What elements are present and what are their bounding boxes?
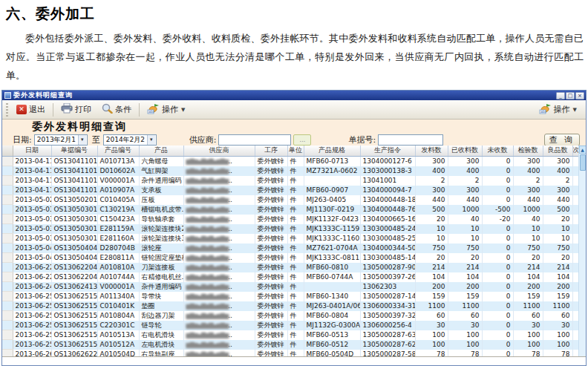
- docno-input[interactable]: [378, 134, 443, 146]
- redacted-supplier-text: ▆▇▆▅▇▆▇▅▆▇▆: [186, 168, 229, 174]
- scroll-up-icon[interactable]: ▲: [579, 146, 587, 154]
- table-row[interactable]: 2013-04-11OS13041101V000001A杂件通用编码▆▇▆▅▇▆…: [2, 176, 578, 186]
- table-row[interactable]: 2013-04-11OS13041101A010907A支承板▆▇▆▅▇▆▇▅▆…: [2, 186, 578, 195]
- row-selector[interactable]: [2, 321, 13, 330]
- maximize-button[interactable]: □: [566, 92, 575, 99]
- table-row[interactable]: 2013-06-25OS13062515A010512A左电机滑块▆▇▆▅▇▆▇…: [2, 340, 578, 350]
- column-header[interactable]: 日期: [13, 146, 51, 156]
- condition-button[interactable]: 条件: [97, 101, 137, 118]
- row-selector[interactable]: [2, 215, 13, 224]
- row-selector[interactable]: [2, 263, 13, 272]
- cell: C130219A: [97, 205, 139, 215]
- table-row[interactable]: 2013-06-26OS13062622A010504D右导轨副座▆▇▆▅▇▆▇…: [2, 350, 578, 357]
- date-to-dropdown[interactable]: 2014年2月2 ▾: [103, 134, 157, 146]
- cell: OS13062204: [51, 263, 97, 272]
- table-row[interactable]: 2013-06-24OS13062413V000001A杂件通用编码▆▇▆▅▇▆…: [2, 282, 578, 292]
- row-selector[interactable]: [2, 301, 13, 311]
- row-selector[interactable]: [2, 195, 13, 205]
- cell: 440: [415, 195, 448, 205]
- cell: OS13050301: [51, 224, 97, 234]
- column-header[interactable]: 产品: [139, 146, 183, 156]
- column-header[interactable]: 单据编号: [51, 146, 97, 156]
- table-row[interactable]: 2013-06-25OS13062515A010513A右电机滑块▆▇▆▅▇▆▇…: [2, 330, 578, 340]
- redacted-supplier-text: ▆▇▆▅▇▆▇▅▆▇▆: [186, 158, 229, 165]
- cell: 10: [513, 234, 543, 244]
- row-selector[interactable]: [2, 224, 13, 234]
- cell: 1304000094-7: [360, 186, 415, 195]
- table-row[interactable]: 2013-06-25OS13062515C220301C链导轮▆▇▆▅▇▆▇▅▆…: [2, 321, 578, 330]
- cell: 300: [415, 186, 448, 195]
- table-row[interactable]: 2013-06-22OS13062204A010810A刀架连接板▆▇▆▅▇▆▇…: [2, 263, 578, 272]
- toolbar-grip[interactable]: [6, 103, 8, 117]
- cell: 30: [543, 321, 572, 330]
- table-row[interactable]: 2013-04-11OS13041101A010713A六角螺母▆▇▆▅▇▆▇▅…: [2, 156, 578, 166]
- cell-supplier: ▆▇▆▅▇▆▇▅▆▇▆..: [183, 282, 255, 292]
- row-selector[interactable]: [2, 330, 13, 340]
- cell: 件: [287, 215, 304, 224]
- row-selector[interactable]: [2, 340, 13, 350]
- column-header[interactable]: 工序: [255, 146, 287, 156]
- print-button[interactable]: 打印: [56, 101, 97, 118]
- chevron-down-icon: ▼: [181, 107, 185, 113]
- cell: C010401K: [97, 301, 139, 311]
- cell: 件: [287, 166, 304, 176]
- table-row[interactable]: 2013-05-03OS13050301C130219A槽锯电机皮带...▆▇▆…: [2, 205, 578, 215]
- column-header[interactable]: 单位: [287, 146, 304, 156]
- search-button[interactable]: 查 询: [544, 134, 580, 146]
- row-selector[interactable]: [2, 282, 13, 292]
- table-row[interactable]: 2013-06-25OS13062515C010401K垫圈▆▇▆▅▇▆▇▅▆▇…: [2, 301, 578, 311]
- action-button[interactable]: abc 操作 ▼: [142, 101, 190, 119]
- table-row[interactable]: 2013-05-02OS13050201C010405A压板▆▇▆▅▇▆▇▅▆▇…: [2, 195, 578, 205]
- row-selector[interactable]: [2, 292, 13, 301]
- table-row[interactable]: 2013-06-25OS13062515A010804A刮边器刀架▆▇▆▅▇▆▇…: [2, 311, 578, 321]
- cell: 200: [448, 282, 482, 292]
- cell: MFB60-0804: [304, 311, 360, 321]
- date-to-value: 2014年2月2: [106, 135, 145, 145]
- date-from-dropdown[interactable]: 2013年2月1 ▾: [34, 134, 88, 146]
- table-row[interactable]: 2013-04-11OS13041101D010602A气缸脚架▆▇▆▅▇▆▇▅…: [2, 166, 578, 176]
- select-all-header[interactable]: [2, 146, 13, 156]
- column-header[interactable]: 发料数: [415, 146, 448, 156]
- scrollbar-thumb[interactable]: [580, 154, 586, 171]
- vertical-scrollbar[interactable]: ▲: [578, 146, 586, 356]
- cell: OS13062515: [51, 301, 97, 311]
- row-selector[interactable]: [2, 311, 13, 321]
- table-row[interactable]: 2013-05-03OS13050301E281159A滚轮架连接块2▆▇▆▅▇…: [2, 224, 578, 234]
- column-header[interactable]: 检验数: [513, 146, 543, 156]
- row-selector[interactable]: [2, 205, 13, 215]
- supplier-browse-button[interactable]: ...: [293, 134, 311, 146]
- column-header[interactable]: 生产指令: [360, 146, 415, 156]
- row-selector[interactable]: [2, 244, 13, 253]
- table-row[interactable]: 2013-05-04OS13050404D280704B滚轮座▆▇▆▅▇▆▇▅▆…: [2, 244, 578, 253]
- column-header[interactable]: 次品数: [572, 146, 578, 156]
- close-button[interactable]: ×: [575, 92, 584, 99]
- row-selector[interactable]: [2, 156, 13, 166]
- cell: OS13050301: [51, 205, 97, 215]
- column-header[interactable]: 产品规格: [304, 146, 360, 156]
- column-header[interactable]: 良品数: [543, 146, 572, 156]
- table-row[interactable]: 2013-06-25OS13062515A011340A导带块▆▇▆▅▇▆▇▅▆…: [2, 292, 578, 301]
- table-row[interactable]: 2013-05-04OS13050404E280811A链轮固定座垫板▆▇▆▅▇…: [2, 253, 578, 263]
- row-selector[interactable]: [2, 176, 13, 186]
- supplier-input[interactable]: [218, 134, 291, 146]
- cell: OS13062515: [51, 321, 97, 330]
- cell-supplier: ▆▇▆▅▇▆▇▅▆▇▆..: [183, 350, 255, 357]
- table-row[interactable]: 2013-06-22OS13062204A010744A右精修电机丝...▆▇▆…: [2, 272, 578, 282]
- table-row[interactable]: 2013-05-03OS13050301E281160A滚轮架连接块3▆▇▆▅▇…: [2, 234, 578, 244]
- row-selector[interactable]: [2, 166, 13, 176]
- cell: 300: [513, 186, 543, 195]
- row-selector[interactable]: [2, 272, 13, 282]
- minimize-button[interactable]: _: [556, 92, 565, 99]
- exit-button[interactable]: ✕ 退出: [11, 102, 50, 117]
- column-header[interactable]: 未收数: [482, 146, 513, 156]
- row-selector[interactable]: [2, 186, 13, 195]
- cell: 159: [543, 292, 572, 301]
- column-header[interactable]: 已收料数: [448, 146, 482, 156]
- column-header[interactable]: 供应商: [183, 146, 255, 156]
- table-row[interactable]: 2013-05-03OS13050301C150423A导轨轴承套▆▇▆▅▇▆▇…: [2, 215, 578, 224]
- row-selector[interactable]: [2, 253, 13, 263]
- action-button-right[interactable]: abc 操作 ▼: [534, 101, 582, 119]
- column-header[interactable]: 产品编号: [97, 146, 139, 156]
- row-selector[interactable]: [2, 350, 13, 357]
- row-selector[interactable]: [2, 234, 13, 244]
